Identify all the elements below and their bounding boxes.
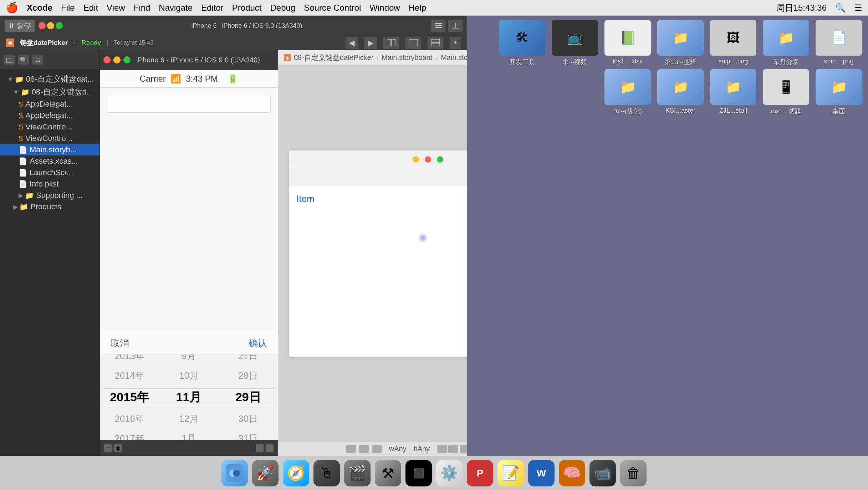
add-btn[interactable]: +	[449, 36, 461, 49]
menu-find[interactable]: Find	[134, 3, 150, 13]
desktop-item-snip1[interactable]: 🖼 snip....png	[708, 20, 758, 65]
menu-debug[interactable]: Debug	[270, 3, 296, 13]
nav-folder-btn[interactable]	[4, 55, 15, 65]
dock-ppt[interactable]: P	[467, 460, 493, 486]
year-column: 2012年 2013年 2014年 2015年 2016年 2017年 2018…	[100, 354, 159, 440]
menu-navigate[interactable]: Navigate	[159, 3, 193, 13]
sim-tl-green[interactable]	[123, 56, 131, 63]
pause-button[interactable]: ⏸ 暂停	[4, 19, 35, 32]
traffic-light-yellow[interactable]	[47, 22, 54, 29]
desktop-item-video[interactable]: 📺 未···视频	[550, 20, 600, 66]
picker-cancel-button[interactable]: 取消	[111, 337, 129, 349]
menu-view[interactable]: View	[107, 3, 125, 13]
tree-file-appdelegate1[interactable]: S AppDelegat...	[0, 98, 99, 110]
view-btn1[interactable]	[346, 445, 356, 453]
desktop-item-zjl[interactable]: 📁 ZJL...etail	[708, 69, 758, 114]
desktop-item-snip2[interactable]: 📄 snip....png	[814, 20, 864, 65]
sim-tl-yellow[interactable]	[113, 56, 121, 63]
desktop-item-chedan[interactable]: 📁 车丹分享	[761, 20, 811, 66]
split-view-btn[interactable]	[448, 19, 463, 32]
layout-btn-b[interactable]	[448, 445, 458, 453]
dock-quicktime[interactable]: 🎬	[344, 460, 371, 486]
menu-xcode[interactable]: Xcode	[27, 3, 52, 13]
menu-file[interactable]: File	[61, 3, 75, 13]
layout-btn-2[interactable]	[405, 36, 422, 49]
view-btn2[interactable]	[359, 445, 369, 453]
view-btn3[interactable]	[372, 445, 382, 453]
picker-confirm-button[interactable]: 确认	[249, 337, 267, 349]
dock-word[interactable]: W	[528, 460, 555, 486]
location-btn[interactable]: ◉	[114, 444, 122, 452]
phone-text-field[interactable]	[107, 95, 271, 113]
traffic-light-green[interactable]	[56, 22, 63, 29]
layout-btn-c[interactable]	[460, 445, 467, 453]
sim-tl-red[interactable]	[103, 56, 111, 63]
day-item: 28日	[219, 366, 277, 386]
tree-folder-products[interactable]: ▶ 📁 Products	[0, 201, 99, 213]
dock-launchpad[interactable]: 🚀	[252, 460, 279, 486]
dock-xcode[interactable]: ⚒	[375, 460, 401, 486]
tree-folder-supporting[interactable]: ▶ 📁 Supporting ...	[0, 190, 99, 201]
dock-trash[interactable]: 🗑	[620, 460, 647, 486]
swift-file-icon: S	[19, 123, 23, 131]
dock-video[interactable]: 📹	[589, 460, 616, 486]
tree-file-viewcontroller1[interactable]: S ViewContro...	[0, 121, 99, 133]
tree-file-appdelegate2[interactable]: S AppDelegat...	[0, 110, 99, 121]
layout-btn-1[interactable]	[383, 36, 399, 49]
canvas-area[interactable]: Item	[278, 66, 467, 441]
apple-menu[interactable]: 🍎	[6, 2, 18, 14]
desktop-item-devtools[interactable]: 🛠 开发工具	[497, 20, 547, 66]
menu-product[interactable]: Product	[232, 3, 262, 13]
nav-fwd-btn[interactable]: ▶	[364, 36, 377, 49]
tree-file-viewcontroller2[interactable]: S ViewContro...	[0, 133, 99, 144]
pause-label: 暂停	[17, 21, 31, 31]
dock-system-prefs[interactable]: ⚙️	[436, 460, 463, 486]
nav-warnings-btn[interactable]: ⚠	[32, 55, 44, 65]
tree-root-project[interactable]: ▼ 📁 08-自定义键盘dat...	[0, 73, 99, 86]
add-bottom-btn[interactable]: +	[104, 444, 112, 452]
desktop-item-ios[interactable]: 📱 ios1...试题	[761, 69, 811, 116]
menu-search[interactable]: 🔍	[835, 3, 846, 13]
svg-rect-7	[409, 39, 418, 46]
tree-file-infoplist[interactable]: 📄 Info.plist	[0, 178, 99, 190]
tree-file-assets[interactable]: 📄 Assets.xcas...	[0, 155, 99, 167]
simulator-bottom-bar: + ◉	[100, 440, 278, 456]
toolbar-right	[431, 19, 463, 32]
layout-btn-a[interactable]	[437, 445, 447, 453]
supporting-folder-icon: 📁	[25, 191, 34, 200]
dock-safari[interactable]: 🧭	[283, 460, 309, 486]
nav-search-btn[interactable]: 🔍	[18, 55, 29, 65]
dock-terminal[interactable]: ⬛	[405, 460, 432, 486]
ready-status: Ready	[81, 39, 101, 47]
day-column: 26日 27日 28日 29日 30日 31日 1日	[219, 354, 277, 440]
menu-window[interactable]: Window	[369, 3, 400, 13]
tree-file-launchscreen[interactable]: 📄 LaunchScr...	[0, 167, 99, 178]
menu-help[interactable]: Help	[409, 3, 426, 13]
menu-edit[interactable]: Edit	[83, 3, 98, 13]
desktop-item-desktop[interactable]: 📁 桌面	[814, 69, 864, 116]
sim-bottom-btn1[interactable]	[256, 444, 264, 452]
date-picker-overlay: 取消 确认 2012年 2013年 2014年 2015年 2016年	[100, 332, 278, 440]
dock-finder[interactable]	[221, 460, 248, 486]
tree-group-main[interactable]: ▼ 📁 08-自定义键盘d...	[0, 86, 99, 98]
dock-xmind[interactable]: 🧠	[559, 460, 585, 486]
dock-cursor[interactable]: 🖱	[313, 460, 340, 486]
tree-file-label: ViewContro...	[25, 134, 72, 143]
nav-back-btn[interactable]: ◀	[345, 36, 358, 49]
tree-file-main-storyboard[interactable]: 📄 Main.storyb...	[0, 144, 99, 155]
sim-bottom-btn2[interactable]	[266, 444, 274, 452]
desktop-item-ksi[interactable]: 📁 KSI...aster	[655, 69, 705, 114]
traffic-light-red[interactable]	[39, 22, 46, 29]
picker-wheel[interactable]: 2012年 2013年 2014年 2015年 2016年 2017年 2018…	[100, 354, 278, 440]
desktop-item-xlsx[interactable]: 📗 ios1....xlsx	[603, 20, 653, 65]
svg-point-22	[233, 470, 240, 477]
dock-notes[interactable]: 📝	[497, 460, 524, 486]
menu-source-control[interactable]: Source Control	[304, 3, 361, 13]
year-item: 2017年	[100, 429, 159, 440]
list-view-btn[interactable]	[431, 19, 446, 32]
layout-btn-3[interactable]	[427, 36, 444, 49]
desktop-item-folder1[interactable]: 📁 第13···业班	[655, 20, 705, 66]
menu-editor[interactable]: Editor	[201, 3, 224, 13]
menu-menu[interactable]: ☰	[854, 3, 862, 13]
desktop-item-optimize[interactable]: 📁 07--(优化)	[603, 69, 653, 116]
